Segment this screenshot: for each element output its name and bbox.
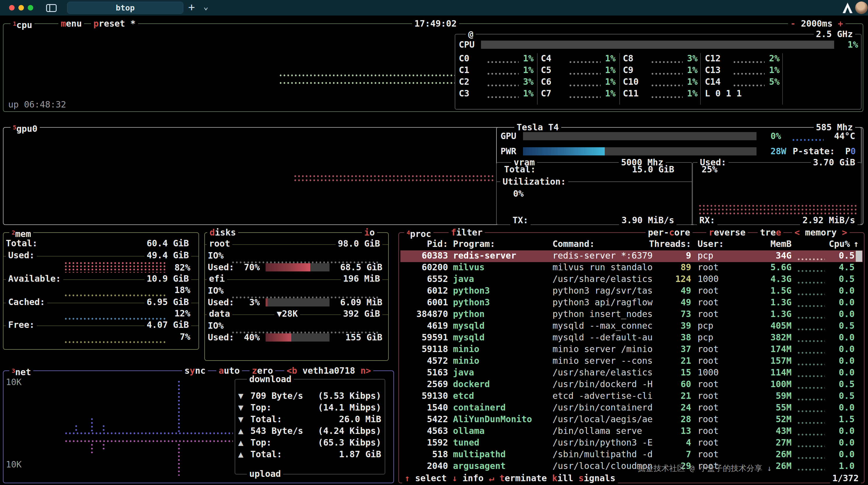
proc-memb: 100M	[771, 379, 792, 389]
mem-panel-title[interactable]: 2mem	[9, 228, 33, 239]
net-panel-title[interactable]: 3net	[9, 366, 33, 377]
process-row[interactable]: 4619mysqldmysqld --max_connec39pcp405M0.…	[400, 320, 863, 332]
process-row[interactable]: 6012python3python3 rag/svr/tas49root1.5G…	[400, 285, 863, 297]
sort-prev-button[interactable]: <	[795, 227, 800, 237]
select-up-key[interactable]: ↑	[405, 473, 410, 483]
kill-button[interactable]: kill	[552, 473, 573, 483]
disks-panel-title[interactable]: disks	[207, 228, 238, 237]
process-row[interactable]: 59130etcdetcd -advertise-cli21root59M0.5	[400, 391, 863, 402]
sort-column-selector[interactable]: < memory >	[792, 228, 849, 237]
core-graph	[733, 84, 765, 87]
col-header-pid[interactable]: Pid:	[427, 239, 448, 249]
process-row[interactable]: 518multipathd/sbin/multipathd -d7root26M…	[400, 449, 863, 461]
core-label: C3	[459, 88, 469, 98]
core-usage: 1%	[605, 77, 616, 87]
proc-command: /usr/bin/dockerd -H	[553, 379, 653, 389]
col-header-command[interactable]: Command:	[553, 239, 595, 249]
sidebar-toggle-icon[interactable]	[46, 4, 57, 12]
core-grid-divider	[700, 53, 701, 105]
col-header-program[interactable]: Program:	[453, 239, 495, 249]
mem-available-value: 10.9 GiB	[145, 274, 191, 284]
mem-free-graph	[64, 340, 165, 344]
proc-command: python3 api/ragflow	[553, 297, 653, 307]
gpu-panel-title[interactable]: 5gpu0	[10, 122, 40, 134]
core-label: C1	[459, 65, 469, 75]
proc-pid: 384870	[416, 309, 448, 319]
process-row[interactable]: 6552java/usr/share/elastics12410004.3G0.…	[400, 274, 863, 285]
process-row[interactable]: 2040argusagent/usr/local/cloudmon29root2…	[400, 461, 863, 473]
user-avatar[interactable]	[855, 1, 868, 14]
proc-program: python3	[453, 297, 490, 307]
terminal-tab[interactable]: btop	[67, 2, 183, 14]
info-label[interactable]: info	[463, 473, 484, 483]
preset-button[interactable]: preset *	[91, 19, 138, 29]
core-usage: 1%	[605, 53, 616, 63]
process-row[interactable]: 59118miniominio server /minio37root174M0…	[400, 344, 863, 355]
core-label: C6	[541, 77, 551, 87]
menu-button[interactable]: menu	[58, 19, 84, 29]
enter-key-icon[interactable]: ↵	[489, 473, 494, 483]
proc-pid: 5422	[427, 414, 448, 424]
io-mode-button[interactable]: io	[362, 228, 377, 237]
interval-decrease-button[interactable]: -	[790, 19, 796, 29]
proc-scrollbar-handle[interactable]	[856, 251, 862, 262]
maximize-window-button[interactable]	[28, 5, 33, 10]
process-row[interactable]: 60383redis-serverredis-server *:63799pcp…	[400, 250, 863, 262]
new-tab-button[interactable]: +	[188, 1, 195, 13]
proc-user: root	[698, 309, 719, 319]
process-row[interactable]: 1592tuned/usr/bin/python3 -E4root27M0.0	[400, 437, 863, 449]
proc-cpu-graph	[797, 457, 825, 459]
signals-button[interactable]: signals	[579, 473, 615, 483]
net-auto-button[interactable]: auto	[216, 366, 242, 376]
process-row[interactable]: 384870pythonpython insert_nodes73root1.3…	[400, 309, 863, 320]
col-header-memb[interactable]: MemB	[771, 239, 792, 249]
sort-next-button[interactable]: >	[842, 227, 847, 237]
proc-pid: 2569	[427, 379, 448, 389]
tab-dropdown-icon[interactable]: ⌄	[204, 2, 208, 11]
reverse-toggle[interactable]: reverse	[706, 228, 748, 237]
process-row[interactable]: 5163java/usr/share/elastics151000114M0.0	[400, 367, 863, 379]
process-row[interactable]: 4572miniominio server --cons21root157M0.…	[400, 355, 863, 367]
core-label: C9	[623, 65, 633, 75]
col-header-user[interactable]: User:	[698, 239, 724, 249]
tree-toggle[interactable]: tree	[758, 228, 783, 237]
gpu-history-graph	[293, 174, 493, 182]
process-row[interactable]: 1540containerd/usr/bin/containerd24root5…	[400, 402, 863, 414]
mem-total-label: Total:	[6, 238, 40, 248]
next-interface-button[interactable]: n>	[361, 366, 371, 376]
process-row[interactable]: 6001python3python3 api/ragflow49root1.3G…	[400, 297, 863, 309]
col-header-threads[interactable]: Threads:	[649, 239, 691, 249]
col-header-cpu[interactable]: Cpu%	[829, 239, 850, 249]
clock: 17:49:02	[412, 19, 459, 29]
per-core-toggle[interactable]: per-core	[646, 228, 692, 237]
proc-panel-title[interactable]: 4proc	[404, 228, 433, 239]
close-window-button[interactable]	[9, 5, 14, 10]
net-sync-button[interactable]: sync	[182, 366, 208, 376]
proc-memb: 405M	[771, 320, 792, 331]
process-row[interactable]: 4563ollama/bin/ollama serve13root43M0.0	[400, 426, 863, 437]
filter-button[interactable]: filter	[448, 228, 485, 237]
cpu-core-cell: C122%	[705, 53, 780, 65]
process-row[interactable]: 5422AliYunDunMonito/usr/local/aegis/ae28…	[400, 414, 863, 426]
proc-user: root	[698, 344, 719, 354]
process-row[interactable]: 60200milvusmilvus run standalo89root5.6G…	[400, 262, 863, 274]
select-down-key[interactable]: ↓	[452, 473, 457, 483]
proc-memb: 174M	[771, 344, 792, 354]
proc-cpu: 1.5	[839, 414, 855, 424]
net-interface-switcher[interactable]: <b veth1a0718 n>	[284, 366, 373, 376]
core-label: C4	[541, 53, 551, 63]
interval-increase-button[interactable]: +	[838, 19, 843, 29]
minimize-window-button[interactable]	[19, 5, 24, 10]
uptime: up 06:48:32	[8, 99, 66, 110]
net-stat-label: Top:	[250, 402, 272, 412]
process-row[interactable]: 59591mysqldmysqld --default-au38pcp382M0…	[400, 332, 863, 344]
net-download-spike	[102, 424, 105, 432]
terminate-button[interactable]: terminate	[499, 473, 547, 483]
process-row[interactable]: 2569dockerd/usr/bin/dockerd -H60root100M…	[400, 379, 863, 391]
proc-program: mysqld	[453, 320, 485, 331]
proc-threads: 39	[681, 320, 691, 331]
cpu-panel-title[interactable]: 1cpu	[10, 19, 34, 30]
vram-used-percent: 25%	[702, 164, 717, 174]
disk-used-percent: 70%	[244, 262, 260, 272]
disk-size: 196 MiB	[341, 274, 382, 284]
